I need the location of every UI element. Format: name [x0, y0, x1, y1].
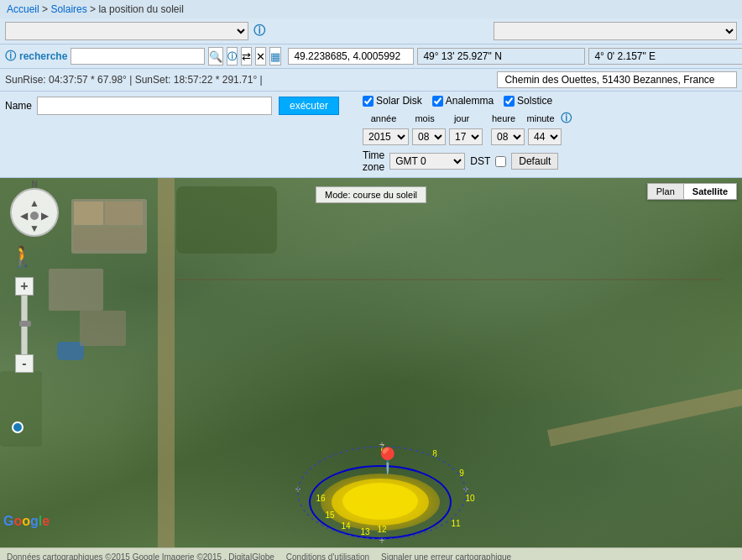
- controls-main-row: Name exécuter Solar Disk Analemma Solsti…: [0, 92, 742, 178]
- svg-text:11: 11: [451, 519, 461, 528]
- address-display: Chemin des Ouettes, 51430 Bezannes, Fran…: [497, 71, 737, 88]
- solar-disk-label: Solar Disk: [376, 95, 422, 107]
- satellite-button[interactable]: Satellite: [683, 183, 737, 200]
- mode-badge: Mode: course du soleil: [316, 186, 426, 203]
- search-input[interactable]: [71, 48, 205, 65]
- heure-label: heure: [487, 113, 520, 123]
- zoom-out-button[interactable]: -: [15, 354, 34, 373]
- map-footer: Données cartographiques ©2015 Google Ima…: [0, 547, 742, 560]
- search-info-button[interactable]: ⓘ: [227, 47, 238, 65]
- breadcrumb: Accueil > Solaires > la position du sole…: [0, 0, 742, 18]
- date-info-icon[interactable]: ⓘ: [561, 111, 572, 126]
- location-pin: 📍: [372, 448, 403, 474]
- search-button[interactable]: 🔍: [208, 47, 223, 65]
- solstice-label: Solstice: [517, 95, 552, 107]
- select-points-dropdown[interactable]: [5, 22, 248, 40]
- minute-label: minute: [524, 113, 557, 123]
- minute-select[interactable]: 44: [528, 128, 562, 145]
- footer-report[interactable]: Signaler une erreur cartographique: [381, 552, 511, 560]
- map-nav-control[interactable]: N ▲ ◀ ▶ ▼: [10, 188, 59, 237]
- footer-copyright: Données cartographiques ©2015 Google Ima…: [7, 552, 274, 560]
- pan-left-button[interactable]: ◀: [20, 210, 28, 222]
- analemma-checkbox-label[interactable]: Analemma: [432, 95, 494, 107]
- map-type-buttons: Plan Satellite: [647, 183, 737, 200]
- north-label: N: [31, 180, 37, 189]
- solstice-checkbox-label[interactable]: Solstice: [504, 95, 552, 107]
- dst-checkbox[interactable]: [495, 156, 506, 167]
- hour-select[interactable]: 08: [491, 128, 525, 145]
- zoom-controls: + -: [15, 277, 34, 373]
- coords-dms-lng: 4° 0' 2.157" E: [588, 48, 742, 65]
- default-button[interactable]: Default: [511, 153, 558, 170]
- zoom-slider: [21, 296, 28, 354]
- breadcrumb-accueil[interactable]: Accueil: [7, 3, 39, 15]
- timezone-label: Timezone: [363, 149, 384, 174]
- annee-label: année: [363, 113, 405, 123]
- svg-text:13: 13: [360, 527, 370, 536]
- pan-down-button[interactable]: ▼: [29, 222, 39, 234]
- search-cross-button[interactable]: ✕: [255, 47, 266, 65]
- pan-center: [30, 212, 39, 220]
- sunrise-text: SunRise: 04:37:57 * 67.98° | SunSet: 18:…: [5, 74, 263, 86]
- svg-text:+: +: [379, 535, 384, 547]
- select-shadow-dropdown[interactable]: [494, 22, 737, 40]
- pan-up-button[interactable]: ▲: [29, 197, 39, 209]
- day-select[interactable]: 17: [449, 128, 483, 145]
- solar-disk-checkbox[interactable]: [363, 96, 374, 107]
- coords-decimal: 49.2238685, 4.0005992: [288, 48, 414, 65]
- google-logo: Google: [3, 514, 50, 529]
- search-map-button[interactable]: ▦: [269, 47, 281, 65]
- search-row: ⓘ recherche 🔍 ⓘ ⇄ ✕ ▦ 49.2238685, 4.0005…: [0, 44, 742, 69]
- jour-label: jour: [445, 113, 478, 123]
- solstice-checkbox[interactable]: [504, 96, 515, 107]
- svg-text:15: 15: [325, 510, 335, 520]
- name-label: Name: [5, 100, 32, 112]
- svg-text:9: 9: [459, 468, 464, 478]
- name-input[interactable]: [37, 97, 272, 115]
- sunrise-row: SunRise: 04:37:57 * 67.98° | SunSet: 18:…: [0, 69, 742, 92]
- search-swap-button[interactable]: ⇄: [241, 47, 252, 65]
- map-container[interactable]: 7 8 9 10 11 13 14 15 16 12 + + + + 📍 N ▲…: [0, 178, 742, 547]
- analemma-label: Analemma: [446, 95, 494, 107]
- pan-right-button[interactable]: ▶: [41, 210, 49, 222]
- map-indicator-dot: [12, 421, 24, 433]
- breadcrumb-solaires[interactable]: Solaires: [50, 3, 86, 15]
- timezone-select[interactable]: GMT 0 GMT +1 GMT -1: [389, 153, 465, 170]
- year-select[interactable]: 2015 2014 2016: [363, 128, 409, 145]
- month-select[interactable]: 08 010203 040506 070910 1112: [412, 128, 446, 145]
- svg-text:12: 12: [377, 525, 387, 534]
- svg-text:14: 14: [341, 521, 351, 531]
- search-label: recherche: [19, 50, 67, 62]
- breadcrumb-current: la position du soleil: [98, 3, 183, 15]
- dst-label: DST: [470, 155, 490, 167]
- zoom-in-button[interactable]: +: [15, 277, 34, 296]
- coords-dms-lat: 49° 13' 25.927" N: [417, 48, 585, 65]
- info-icon-search: ⓘ: [5, 49, 16, 64]
- top-controls-row1: ⓘ: [0, 18, 742, 44]
- svg-text:16: 16: [316, 494, 326, 503]
- analemma-checkbox[interactable]: [432, 96, 443, 107]
- mois-label: mois: [408, 113, 442, 123]
- zoom-thumb[interactable]: [19, 321, 31, 327]
- info-icon-points[interactable]: ⓘ: [253, 24, 265, 39]
- execute-button[interactable]: exécuter: [279, 97, 339, 115]
- pegman[interactable]: 🚶: [10, 245, 35, 269]
- plan-button[interactable]: Plan: [647, 183, 683, 200]
- solar-disk-checkbox-label[interactable]: Solar Disk: [363, 95, 422, 107]
- footer-terms[interactable]: Conditions d'utilisation: [286, 552, 369, 560]
